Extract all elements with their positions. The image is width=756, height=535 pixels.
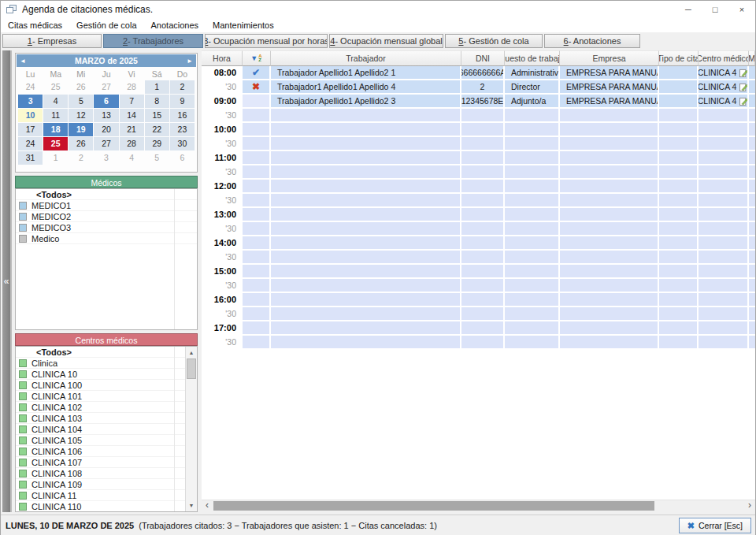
cell-empresa[interactable] xyxy=(560,307,659,321)
calendar-day[interactable]: 21 xyxy=(120,123,144,136)
schedule-row[interactable]: 08:00✔Trabajador Apellido1 Apellido2 166… xyxy=(202,66,755,80)
cell-cut[interactable] xyxy=(749,180,755,194)
cell-status[interactable] xyxy=(243,265,271,279)
schedule-row[interactable]: 10:00 xyxy=(202,123,755,137)
cell-status[interactable] xyxy=(243,293,271,307)
cell-dni[interactable]: 12345678E xyxy=(461,95,505,109)
cell-dni[interactable] xyxy=(461,222,505,236)
centro-item-clinica-11[interactable]: CLINICA 11 xyxy=(16,490,197,501)
sidebar-collapse-handle[interactable]: « xyxy=(2,50,12,512)
cell-empresa[interactable] xyxy=(560,293,659,307)
cell-status[interactable] xyxy=(243,95,271,109)
cell-centro-medico[interactable] xyxy=(699,151,749,165)
cell-trabajador[interactable]: Trabajador1 Apellido1 Apellido 4 xyxy=(271,80,461,95)
cell-puesto[interactable] xyxy=(505,194,560,208)
cell-puesto[interactable] xyxy=(505,109,560,123)
cell-cut[interactable] xyxy=(749,265,755,279)
cell-puesto[interactable] xyxy=(505,265,560,279)
cell-cut[interactable] xyxy=(749,109,755,123)
schedule-row[interactable]: 14:00 xyxy=(202,236,755,251)
cell-hora[interactable]: 10:00 xyxy=(202,123,243,137)
cell-empresa[interactable] xyxy=(560,180,659,194)
cell-empresa[interactable] xyxy=(560,165,659,180)
cell-status[interactable] xyxy=(243,137,271,151)
cell-trabajador[interactable] xyxy=(271,194,461,208)
calendar-day[interactable]: 26 xyxy=(69,137,93,150)
cell-status[interactable] xyxy=(243,165,271,180)
cell-centro-medico[interactable] xyxy=(699,293,749,307)
maximize-button[interactable]: □ xyxy=(702,1,728,18)
cell-puesto[interactable]: Adjunto/a xyxy=(505,95,560,109)
tab-trabajadores[interactable]: 2 - Trabajadores xyxy=(103,34,203,48)
cell-hora[interactable]: '30 xyxy=(202,194,243,208)
cell-empresa[interactable] xyxy=(560,222,659,236)
calendar-day[interactable]: 8 xyxy=(145,95,169,108)
cell-tipo-cita[interactable] xyxy=(659,165,699,180)
cell-centro-medico[interactable] xyxy=(699,123,749,137)
cell-centro-medico[interactable] xyxy=(699,307,749,321)
cell-trabajador[interactable] xyxy=(271,321,461,336)
calendar-day[interactable]: 26 xyxy=(69,80,93,94)
calendar-prev-icon[interactable]: ◄ xyxy=(17,58,29,65)
cerrar-button[interactable]: ✖ Cerrar [Esc] xyxy=(679,518,751,533)
cell-puesto[interactable] xyxy=(505,279,560,293)
centro-item-clinica-107[interactable]: CLINICA 107 xyxy=(16,457,197,468)
horizontal-scrollbar[interactable]: ‹ › xyxy=(202,500,755,511)
cell-empresa[interactable] xyxy=(560,123,659,137)
cell-cut[interactable] xyxy=(749,66,755,80)
cell-dni[interactable] xyxy=(461,265,505,279)
tab-anotaciones[interactable]: 6 - Anotaciones xyxy=(544,34,640,48)
cell-trabajador[interactable] xyxy=(271,151,461,165)
scroll-thumb[interactable] xyxy=(213,501,654,511)
schedule-row[interactable]: '30 xyxy=(202,251,755,265)
cell-centro-medico[interactable] xyxy=(699,194,749,208)
column-header-puesto-de-trabajo[interactable]: Puesto de trabajo xyxy=(505,50,560,66)
cell-hora[interactable]: 16:00 xyxy=(202,293,243,307)
cell-status[interactable] xyxy=(243,194,271,208)
cell-status[interactable] xyxy=(243,151,271,165)
cell-tipo-cita[interactable] xyxy=(659,194,699,208)
cell-hora[interactable]: 11:00 xyxy=(202,151,243,165)
schedule-row[interactable]: 16:00 xyxy=(202,293,755,307)
column-header-centro-medico[interactable]: Centro médico xyxy=(699,50,749,66)
cell-status[interactable] xyxy=(243,208,271,222)
centro-item-todos[interactable]: <Todos> xyxy=(16,347,197,358)
cell-puesto[interactable] xyxy=(505,151,560,165)
calendar-day[interactable]: 13 xyxy=(94,109,118,122)
schedule-row[interactable]: 13:00 xyxy=(202,208,755,222)
cell-puesto[interactable] xyxy=(505,236,560,251)
calendar-day[interactable]: 15 xyxy=(145,109,169,122)
cell-status[interactable] xyxy=(243,279,271,293)
calendar-day[interactable]: 4 xyxy=(43,95,68,108)
cell-cut[interactable] xyxy=(749,123,755,137)
cell-empresa[interactable]: EMPRESA PARA MANUALES xyxy=(560,66,659,80)
cell-tipo-cita[interactable] xyxy=(659,123,699,137)
cell-hora[interactable]: 12:00 xyxy=(202,180,243,194)
menu-item-citas-medicas[interactable]: Citas médicas xyxy=(1,18,69,32)
cell-trabajador[interactable] xyxy=(271,109,461,123)
cell-empresa[interactable] xyxy=(560,251,659,265)
calendar-day[interactable]: 24 xyxy=(18,137,43,150)
scroll-up-icon[interactable]: ▲ xyxy=(186,347,197,359)
column-header-m[interactable]: M xyxy=(749,50,755,66)
cell-centro-medico[interactable] xyxy=(699,251,749,265)
centro-item-clinica-109[interactable]: CLINICA 109 xyxy=(16,479,197,490)
cell-hora[interactable]: 09:00 xyxy=(202,95,243,109)
cell-trabajador[interactable] xyxy=(271,336,461,350)
calendar-day[interactable]: 27 xyxy=(94,80,118,94)
calendar-day[interactable]: 30 xyxy=(170,137,195,150)
cell-dni[interactable] xyxy=(461,165,505,180)
calendar-day[interactable]: 2 xyxy=(69,151,93,165)
calendar-day[interactable]: 22 xyxy=(145,123,169,136)
centro-item-clinica-10[interactable]: CLINICA 10 xyxy=(16,369,197,380)
cell-hora[interactable]: '30 xyxy=(202,307,243,321)
cell-status[interactable] xyxy=(243,321,271,336)
cell-cut[interactable] xyxy=(749,208,755,222)
cell-puesto[interactable] xyxy=(505,123,560,137)
cell-trabajador[interactable] xyxy=(271,265,461,279)
cell-puesto[interactable] xyxy=(505,208,560,222)
edit-icon[interactable] xyxy=(739,69,748,77)
cell-empresa[interactable] xyxy=(560,321,659,336)
cell-status[interactable] xyxy=(243,180,271,194)
schedule-row[interactable]: 15:00 xyxy=(202,265,755,279)
